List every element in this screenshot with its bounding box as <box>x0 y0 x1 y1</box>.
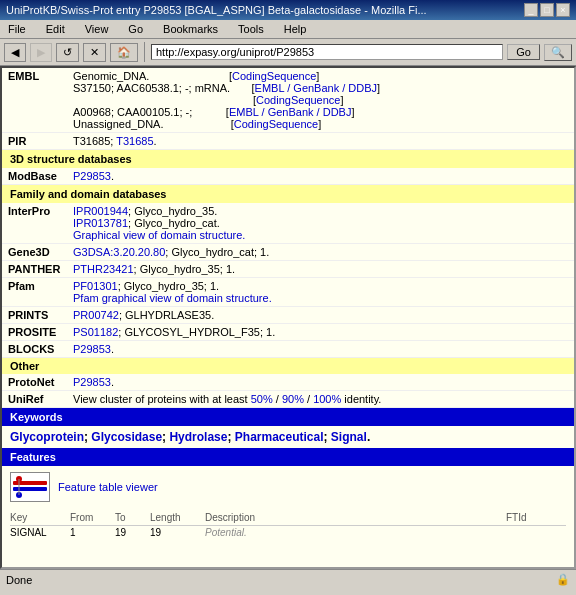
uniref-100-link[interactable]: 100% <box>313 393 341 405</box>
menu-file[interactable]: File <box>4 22 30 36</box>
pir-label: PIR <box>2 133 67 150</box>
interpro-row: InterPro IPR001944; Glyco_hydro_35. IPR0… <box>2 203 574 244</box>
home-button[interactable]: 🏠 <box>110 43 138 62</box>
uniref-row: UniRef View cluster of proteins with at … <box>2 391 574 408</box>
embl-mrna: S37150; AAC60538.1; -; mRNA. [EMBL / Gen… <box>73 82 568 106</box>
features-section-header: Features <box>2 448 574 466</box>
menu-bookmarks[interactable]: Bookmarks <box>159 22 222 36</box>
panther-link[interactable]: PTHR23421 <box>73 263 134 275</box>
panther-label: PANTHER <box>2 261 67 278</box>
title-bar: UniProtKB/Swiss-Prot entry P29853 [BGAL_… <box>0 0 576 20</box>
interpro-domain-link[interactable]: Graphical view of domain structure. <box>73 229 245 241</box>
col-description: Description <box>205 512 506 523</box>
address-input[interactable] <box>151 44 503 60</box>
embl-row: EMBL Genomic_DNA. [CodingSequence] S3715… <box>2 68 574 133</box>
prosite-link[interactable]: PS01182 <box>73 326 118 338</box>
pfam-domain-link[interactable]: Pfam graphical view of domain structure. <box>73 292 272 304</box>
modbase-content: P29853. <box>67 168 574 185</box>
toolbar: ◀ ▶ ↺ ✕ 🏠 Go 🔍 <box>0 39 576 66</box>
family-section-header: Family and domain databases <box>2 185 574 204</box>
menu-bar: File Edit View Go Bookmarks Tools Help <box>0 20 576 39</box>
keyword-glycoprotein[interactable]: Glycoprotein <box>10 430 84 444</box>
gene3d-label: Gene3D <box>2 244 67 261</box>
menu-edit[interactable]: Edit <box>42 22 69 36</box>
stop-button[interactable]: ✕ <box>83 43 106 62</box>
svg-rect-1 <box>13 487 47 491</box>
keyword-hydrolase[interactable]: Hydrolase <box>169 430 227 444</box>
col-ftid: FTId <box>506 512 566 523</box>
maximize-button[interactable]: □ <box>540 3 554 17</box>
keywords-row: Glycoprotein; Glycosidase; Hydrolase; Ph… <box>2 426 574 448</box>
close-button[interactable]: × <box>556 3 570 17</box>
content-area[interactable]: EMBL Genomic_DNA. [CodingSequence] S3715… <box>2 68 574 567</box>
interpro-link-2[interactable]: IPR013781 <box>73 217 128 229</box>
feature-icon-svg <box>11 473 49 501</box>
gene3d-row: Gene3D G3DSA:3.20.20.80; Glyco_hydro_cat… <box>2 244 574 261</box>
embl-label: EMBL <box>2 68 67 133</box>
embl-genbank-ddbj-link-2[interactable]: EMBL / GenBank / DDBJ <box>229 106 351 118</box>
3d-header-row: 3D structure databases <box>2 150 574 169</box>
uniref-label: UniRef <box>2 391 67 408</box>
prosite-content: PS01182; GLYCOSYL_HYDROL_F35; 1. <box>67 324 574 341</box>
blocks-label: BLOCKS <box>2 341 67 358</box>
feature-table-content: Key From To Length Description FTId SIGN… <box>2 508 574 541</box>
uniref-90-link[interactable]: 90% <box>282 393 304 405</box>
uniref-50-link[interactable]: 50% <box>251 393 273 405</box>
panther-row: PANTHER PTHR23421; Glyco_hydro_35; 1. <box>2 261 574 278</box>
col-from: From <box>70 512 115 523</box>
forward-button[interactable]: ▶ <box>30 43 52 62</box>
menu-tools[interactable]: Tools <box>234 22 268 36</box>
modbase-link[interactable]: P29853 <box>73 170 111 182</box>
coding-seq-link-3[interactable]: CodingSequence <box>234 118 318 130</box>
browser-window: EMBL Genomic_DNA. [CodingSequence] S3715… <box>0 66 576 569</box>
window-controls[interactable]: _ □ × <box>524 3 570 17</box>
keyword-glycosidase[interactable]: Glycosidase <box>91 430 162 444</box>
uniref-content: View cluster of proteins with at least 5… <box>67 391 574 408</box>
search-button[interactable]: 🔍 <box>544 44 572 61</box>
blocks-content: P29853. <box>67 341 574 358</box>
embl-unassigned: A00968; CAA00105.1; -; [EMBL / GenBank /… <box>73 106 568 130</box>
feature-length: 19 <box>150 527 205 538</box>
embl-content: Genomic_DNA. [CodingSequence] S37150; AA… <box>67 68 574 133</box>
pfam-label: Pfam <box>2 278 67 307</box>
keywords-section-header: Keywords <box>2 408 574 427</box>
feature-columns-header: Key From To Length Description FTId <box>10 510 566 526</box>
address-bar: Go 🔍 <box>151 44 572 61</box>
menu-go[interactable]: Go <box>124 22 147 36</box>
keywords-header-row: Keywords <box>2 408 574 427</box>
keyword-pharmaceutical[interactable]: Pharmaceutical <box>235 430 324 444</box>
col-key: Key <box>10 512 70 523</box>
minimize-button[interactable]: _ <box>524 3 538 17</box>
modbase-row: ModBase P29853. <box>2 168 574 185</box>
pfam-link-1[interactable]: PF01301 <box>73 280 118 292</box>
prints-row: PRINTS PR00742; GLHYDRLASE35. <box>2 307 574 324</box>
keyword-signal[interactable]: Signal <box>331 430 367 444</box>
prints-content: PR00742; GLHYDRLASE35. <box>67 307 574 324</box>
menu-help[interactable]: Help <box>280 22 311 36</box>
coding-seq-link-2[interactable]: CodingSequence <box>256 94 340 106</box>
blocks-link[interactable]: P29853 <box>73 343 111 355</box>
gene3d-link[interactable]: G3DSA:3.20.20.80 <box>73 246 165 258</box>
features-header-row: Features <box>2 448 574 466</box>
interpro-link-1[interactable]: IPR001944 <box>73 205 128 217</box>
feature-ftid <box>506 527 566 538</box>
prints-link[interactable]: PR00742 <box>73 309 119 321</box>
other-header-row: Other <box>2 358 574 375</box>
modbase-label: ModBase <box>2 168 67 185</box>
back-button[interactable]: ◀ <box>4 43 26 62</box>
pir-link[interactable]: T31685 <box>116 135 153 147</box>
panther-content: PTHR23421; Glyco_hydro_35; 1. <box>67 261 574 278</box>
feature-key: SIGNAL <box>10 527 70 538</box>
embl-genomic: Genomic_DNA. [CodingSequence] <box>73 70 568 82</box>
reload-button[interactable]: ↺ <box>56 43 79 62</box>
family-header-row: Family and domain databases <box>2 185 574 204</box>
keywords-content: Glycoprotein; Glycosidase; Hydrolase; Ph… <box>2 426 574 448</box>
protonet-link[interactable]: P29853 <box>73 376 111 388</box>
security-icon: 🔒 <box>556 573 570 586</box>
embl-unassigned-text: A00968; CAA00105.1; -; <box>73 106 192 118</box>
menu-view[interactable]: View <box>81 22 113 36</box>
embl-genbank-ddbj-link-1[interactable]: EMBL / GenBank / DDBJ <box>255 82 377 94</box>
feature-table-viewer-link[interactable]: Feature table viewer <box>58 481 158 493</box>
go-button[interactable]: Go <box>507 44 540 60</box>
coding-seq-link-1[interactable]: CodingSequence <box>232 70 316 82</box>
